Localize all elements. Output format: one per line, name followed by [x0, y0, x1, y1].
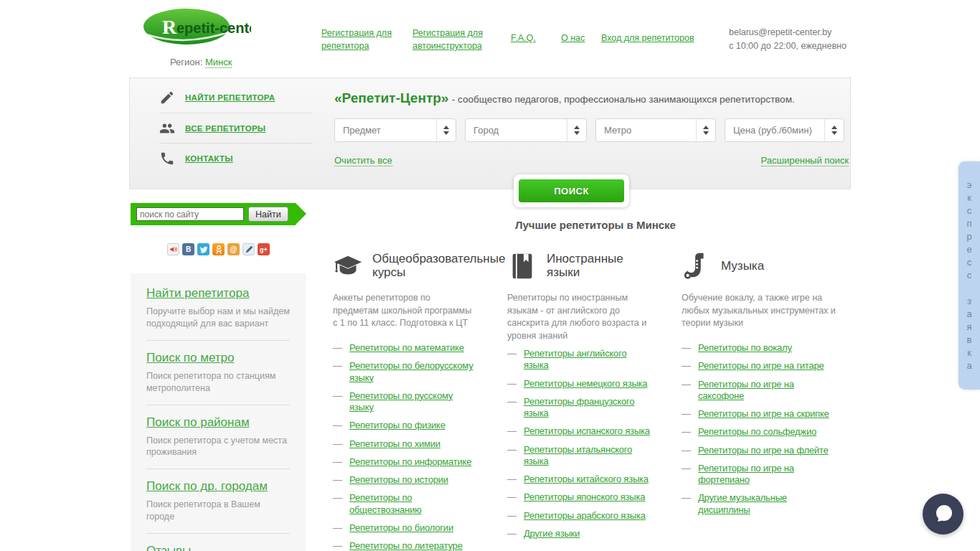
category-link[interactable]: Репетиторы испанского языка — [524, 425, 650, 437]
category-link[interactable]: Репетиторы французского языка — [524, 396, 651, 420]
list-dash: — — [333, 522, 342, 534]
quick-menu-item-find-tutor[interactable]: НАЙТИ РЕПЕТИТОРА — [159, 83, 313, 113]
city-select[interactable]: Город — [465, 118, 587, 142]
nav-tutor-login[interactable]: Вход для репетиторов — [601, 32, 694, 44]
category-link[interactable]: Репетиторы по русскому языку — [349, 390, 476, 414]
nav-register-instructor[interactable]: Регистрация для автоинструктора — [413, 27, 506, 52]
category-link[interactable]: Репетиторы по истории — [349, 474, 448, 486]
category-link[interactable]: Репетиторы по литературе — [349, 540, 463, 551]
list-dash: — — [507, 491, 517, 503]
sidebar-item: Поиск по др. городам Поиск репетитора в … — [146, 468, 290, 523]
category-link[interactable]: Репетиторы по игре на саксофоне — [698, 379, 837, 402]
list-dash: — — [682, 445, 691, 456]
category-foreign-languages: Иностранные языки Репетиторы по иностран… — [507, 250, 651, 551]
category-link[interactable]: Репетиторы итальянского языка — [524, 444, 651, 468]
express-request-tab[interactable]: э к с п р е с с з а я в к а — [958, 161, 980, 390]
quick-menu-link[interactable]: ВСЕ РЕПЕТИТОРЫ — [185, 124, 265, 133]
googleplus-icon[interactable]: g+ — [258, 243, 270, 255]
band-heading: «Репетит-Центр» - сообщество педагогов, … — [334, 90, 795, 106]
category-link[interactable]: Репетиторы по математике — [349, 342, 464, 354]
category-link[interactable]: Репетиторы по физике — [349, 420, 446, 431]
saxophone-icon — [682, 251, 712, 281]
sidebar-item-link[interactable]: Поиск по районам — [146, 415, 250, 429]
category-link[interactable]: Репетиторы по информатике — [349, 456, 471, 468]
quick-menu-item-contacts[interactable]: КОНТАКТЫ — [159, 143, 313, 173]
category-link[interactable]: Репетиторы немецкого языка — [524, 378, 647, 390]
header: R epetit-center Регион: Минск Регистраци… — [0, 0, 980, 77]
brand-name: «Репетит-Центр» — [334, 90, 448, 105]
list-dash: — — [333, 474, 342, 486]
category-link[interactable]: Другие музыкальные дисциплины — [698, 492, 837, 516]
category-link[interactable]: Репетиторы китайского языка — [524, 474, 649, 485]
category-link-item: — Репетиторы по математике — [333, 342, 476, 354]
category-link-item: — Репетиторы по физике — [333, 420, 476, 431]
category-link-item: — Репетиторы по информатике — [333, 456, 476, 468]
category-link[interactable]: Репетиторы по обществознанию — [349, 492, 476, 516]
sidebar-item: Поиск по районам Поиск репетитора с учет… — [146, 405, 290, 459]
subject-select[interactable]: Предмет — [334, 118, 456, 142]
logo[interactable]: R epetit-center — [142, 7, 251, 49]
category-link[interactable]: Репетиторы японского языка — [524, 491, 645, 503]
nav-register-tutor[interactable]: Регистрация для репетитора — [321, 27, 400, 52]
category-link-item: — Репетиторы по истории — [333, 474, 476, 486]
category-link[interactable]: Репетиторы по белорусскому языку — [349, 360, 476, 384]
category-link[interactable]: Репетиторы по игре на гитаре — [698, 360, 824, 372]
category-title: Общеобразовательные курсы — [372, 253, 505, 279]
metro-select[interactable]: Метро — [595, 118, 716, 142]
twitter-icon[interactable] — [197, 243, 209, 255]
list-dash: — — [333, 420, 342, 431]
chat-widget-button[interactable] — [923, 494, 963, 534]
category-link-item: — Репетиторы английского языка — [507, 348, 651, 372]
category-desc: Анкеты репетиторов по предметам школьной… — [333, 292, 476, 336]
site-search-input[interactable] — [136, 207, 244, 221]
quick-menu-link[interactable]: НАЙТИ РЕПЕТИТОРА — [185, 93, 275, 102]
category-link[interactable]: Репетиторы по вокалу — [698, 342, 792, 354]
social-share-bar: В @ g+ — [167, 243, 270, 255]
advanced-search-link[interactable]: Расширенный поиск — [761, 155, 849, 166]
mailru-icon[interactable]: @ — [227, 243, 240, 255]
category-link[interactable]: Репетиторы по игре на флейте — [698, 445, 829, 456]
category-link[interactable]: Репетиторы по химии — [349, 438, 440, 450]
region-link[interactable]: Минск — [205, 57, 232, 68]
odnoklassniki-icon[interactable] — [212, 243, 225, 255]
category-link[interactable]: Другие языки — [524, 528, 580, 540]
chat-bubble-icon — [931, 502, 956, 527]
nav-faq[interactable]: F.A.Q. — [511, 32, 536, 44]
price-select-value: Цена (руб./60мин) — [725, 125, 824, 136]
category-link[interactable]: Репетиторы по сольфеджио — [698, 426, 816, 438]
clear-all-link[interactable]: Очистить все — [334, 155, 392, 166]
category-link-item: — Репетиторы по обществознанию — [333, 492, 476, 516]
share-icon[interactable] — [167, 243, 179, 255]
category-link-list: — Репетиторы по математике — Репетиторы … — [333, 342, 476, 551]
nav-about[interactable]: О нас — [561, 32, 585, 44]
search-button[interactable]: ПОИСК — [519, 179, 624, 202]
quick-menu-link[interactable]: КОНТАКТЫ — [185, 154, 233, 163]
list-dash: — — [333, 360, 342, 384]
sidebar-item-desc: Поиск репетитора в Вашем городе — [146, 499, 290, 523]
site-search-submit-button[interactable]: Найти — [248, 207, 288, 222]
category-link-item: — Репетиторы арабского языка — [507, 510, 651, 522]
price-select[interactable]: Цена (руб./60мин) — [725, 118, 844, 142]
quick-menu-item-all-tutors[interactable]: ВСЕ РЕПЕТИТОРЫ — [159, 113, 313, 143]
category-link[interactable]: Репетиторы английского языка — [524, 348, 651, 372]
sidebar-item-link[interactable]: Отзывы — [146, 544, 191, 551]
region-selector: Регион: Минск — [170, 57, 232, 67]
list-dash: — — [507, 444, 517, 468]
sidebar-nav: Найти репетитора Поручите выбор нам и мы… — [131, 273, 306, 551]
category-columns: Общеобразовательные курсы Анкеты репетит… — [333, 250, 837, 551]
list-dash: — — [333, 540, 342, 551]
category-link[interactable]: Репетиторы по игре на скрипке — [698, 408, 829, 420]
category-link-list: — Репетиторы по вокалу — Репетиторы по и… — [682, 342, 837, 516]
category-link[interactable]: Репетиторы арабского языка — [524, 510, 646, 522]
select-arrows-icon — [824, 119, 844, 141]
contact-info: belarus@repetit-center.by с 10:00 до 22:… — [729, 26, 847, 54]
sidebar-item-link[interactable]: Поиск по др. городам — [146, 479, 268, 493]
livejournal-icon[interactable] — [242, 243, 255, 255]
sidebar-item-link[interactable]: Найти репетитора — [146, 286, 249, 300]
category-link[interactable]: Репетиторы по игре на фортепиано — [698, 463, 837, 486]
sidebar-item-link[interactable]: Поиск по метро — [146, 351, 235, 364]
vk-icon[interactable]: В — [182, 243, 194, 255]
list-dash: — — [682, 342, 691, 354]
category-link[interactable]: Репетиторы по биологии — [349, 522, 453, 534]
category-link-item: — Репетиторы по белорусскому языку — [333, 360, 476, 384]
